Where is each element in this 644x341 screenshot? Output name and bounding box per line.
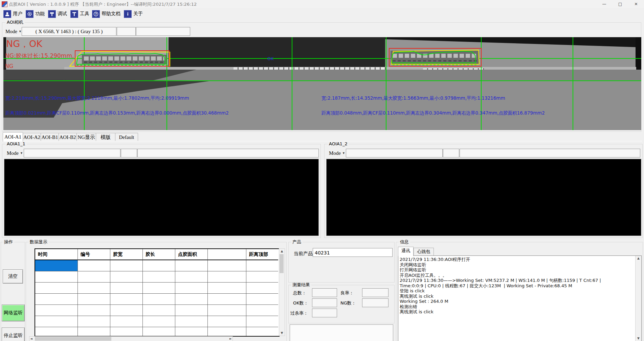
table-cell[interactable] (78, 260, 110, 271)
menu-item-about[interactable]: i 关于 (124, 9, 143, 19)
panel-left-field2[interactable] (121, 149, 137, 157)
table-cell[interactable] (143, 305, 175, 316)
table-cell[interactable] (175, 305, 208, 316)
table-cell[interactable] (208, 316, 246, 327)
table-cell[interactable] (35, 294, 78, 305)
table-cell[interactable] (35, 316, 78, 327)
table-cell[interactable] (78, 327, 110, 337)
column-header[interactable] (208, 249, 246, 260)
table-cell[interactable] (35, 283, 78, 294)
table-cell[interactable] (246, 294, 278, 305)
panel-left-mode-dropdown[interactable]: Mode▼ (5, 149, 24, 157)
table-cell[interactable] (78, 305, 110, 316)
table-cell[interactable] (208, 305, 246, 316)
table-cell[interactable] (78, 316, 110, 327)
table-cell[interactable] (175, 327, 208, 337)
table-cell-selected[interactable] (35, 260, 78, 271)
table-cell[interactable] (246, 305, 278, 316)
ng-count-field[interactable] (362, 298, 388, 307)
menu-item-tools[interactable]: 工具 (70, 9, 89, 19)
yield-field[interactable] (362, 288, 388, 297)
close-button[interactable]: ✕ (628, 0, 644, 8)
scroll-up-arrow[interactable]: ▲ (279, 249, 285, 253)
current-product-input[interactable]: 40231 (313, 248, 393, 257)
scroll-down-arrow[interactable]: ▼ (636, 336, 641, 341)
table-cell[interactable] (110, 271, 143, 283)
panel-right-field3[interactable] (460, 149, 640, 157)
tab-aoi-b2[interactable]: AOI-B2 (59, 133, 77, 141)
tab-aoi-a2[interactable]: AOI-A2 (23, 133, 41, 141)
table-cell[interactable] (208, 271, 246, 283)
panel-left-field3[interactable] (137, 149, 319, 157)
log-vscrollbar[interactable]: ▲ ▼ (635, 256, 641, 341)
table-cell[interactable] (35, 305, 78, 316)
camera-image-view[interactable]: NG，OK NG:胶体过长:15.290mm, NG OK 宽:2.218mm,… (3, 37, 641, 130)
overkill-field[interactable] (312, 309, 337, 317)
panel-left-field1[interactable] (24, 149, 120, 157)
table-cell[interactable] (78, 294, 110, 305)
scroll-thumb[interactable] (35, 337, 111, 341)
table-cell[interactable] (246, 327, 278, 337)
clear-button[interactable]: 清空 (3, 269, 23, 284)
tab-default[interactable]: Default (115, 133, 138, 141)
minimize-button[interactable]: — (596, 0, 612, 8)
table-cell[interactable] (208, 283, 246, 294)
table-cell[interactable] (143, 260, 175, 271)
table-cell[interactable] (175, 283, 208, 294)
table-cell[interactable] (175, 260, 208, 271)
table-cell[interactable] (110, 316, 143, 327)
table-cell[interactable] (110, 283, 143, 294)
column-header[interactable]: 胶长 (143, 249, 175, 260)
panel-right-field2[interactable] (443, 149, 459, 157)
table-cell[interactable] (208, 294, 246, 305)
table-cell[interactable] (175, 294, 208, 305)
tab-ng-display[interactable]: NG显示 (76, 133, 96, 141)
tab-template[interactable]: 模版 (96, 133, 115, 141)
table-cell[interactable] (175, 316, 208, 327)
menu-item-debug[interactable]: 调试 (48, 9, 67, 19)
column-header[interactable]: 时间 (35, 249, 78, 260)
table-vscrollbar[interactable]: ▲ ▼ (279, 248, 285, 336)
scroll-thumb[interactable] (280, 254, 284, 273)
table-cell[interactable] (143, 327, 175, 337)
table-cell[interactable] (110, 294, 143, 305)
camera-field-small[interactable] (117, 27, 136, 36)
tab-aoi-a1[interactable]: AOI-A1 (3, 132, 23, 142)
table-cell[interactable] (175, 271, 208, 283)
comm-log-textarea[interactable]: 2021/7/29 11:36:30:AOI程序打开 关闭网络监听 打开网络监听… (398, 255, 642, 341)
menu-item-user[interactable]: 用户 (3, 9, 22, 19)
panel-right-mode-dropdown[interactable]: Mode▼ (328, 149, 347, 157)
scroll-down-arrow[interactable]: ▼ (279, 331, 285, 335)
total-field[interactable] (312, 288, 337, 297)
table-cell[interactable] (78, 283, 110, 294)
table-cell[interactable] (246, 271, 278, 283)
network-listen-button[interactable]: 网络监听 (2, 305, 25, 321)
table-cell[interactable] (246, 283, 278, 294)
table-cell[interactable] (246, 260, 278, 271)
table-hscrollbar[interactable]: ◄ ► (29, 336, 233, 341)
menu-item-function[interactable]: 功能 (26, 9, 45, 19)
scroll-right-arrow[interactable]: ► (229, 337, 232, 340)
table-cell[interactable] (78, 271, 110, 283)
camera-field-wide[interactable] (136, 27, 190, 36)
scroll-left-arrow[interactable]: ◄ (30, 337, 32, 340)
tab-heartbeat[interactable]: 心跳包 (414, 248, 434, 256)
stop-listen-button[interactable]: 停止监听 (2, 327, 25, 341)
table-cell[interactable] (143, 316, 175, 327)
maximize-button[interactable]: □ (612, 0, 628, 8)
column-header[interactable]: 编号 (78, 249, 110, 260)
ok-count-field[interactable] (312, 298, 337, 307)
panel-right-field1[interactable] (346, 149, 443, 157)
panel-right-image-view[interactable] (326, 159, 641, 236)
column-header[interactable]: 距离顶部 (246, 249, 278, 260)
column-header[interactable]: 点胶面积 (175, 249, 208, 260)
table-cell[interactable] (143, 283, 175, 294)
scroll-up-arrow[interactable]: ▲ (636, 256, 641, 261)
tab-aoi-b1[interactable]: AOI-B1 (41, 133, 59, 141)
table-cell[interactable] (110, 260, 143, 271)
column-header[interactable]: 胶宽 (110, 249, 143, 260)
panel-left-image-view[interactable] (4, 159, 319, 236)
table-cell[interactable] (246, 316, 278, 327)
table-cell[interactable] (110, 305, 143, 316)
table-cell[interactable] (143, 294, 175, 305)
